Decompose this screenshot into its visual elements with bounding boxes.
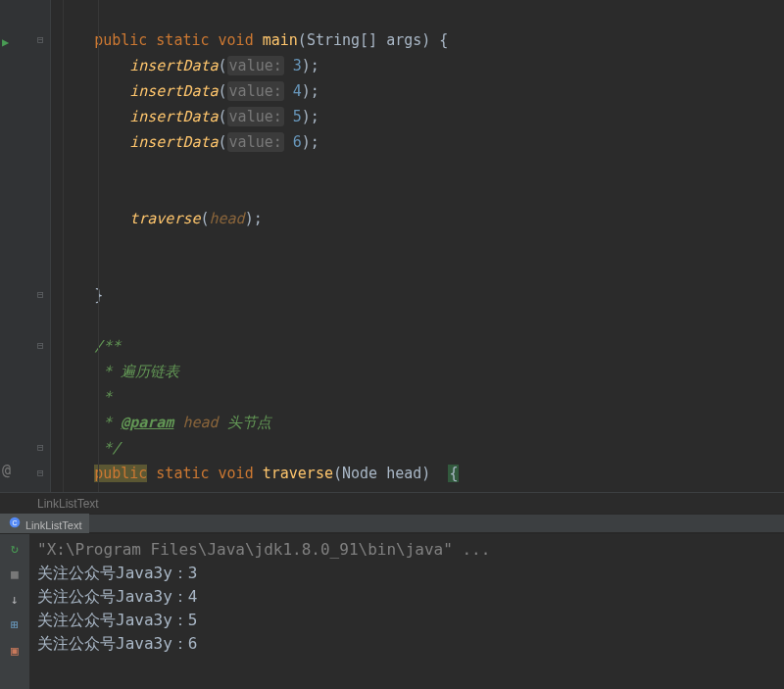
code-line-insert-4: insertData(value: 6);: [51, 129, 784, 155]
javadoc-line: * 遍历链表: [51, 359, 784, 384]
stop-icon[interactable]: ■: [6, 566, 24, 583]
expand-icon[interactable]: ▣: [6, 642, 24, 660]
fold-icon[interactable]: ⊟: [37, 339, 44, 352]
code-line: [51, 257, 784, 282]
fold-icon[interactable]: ⊟: [37, 467, 44, 479]
code-line-insert-1: insertData(value: 3);: [51, 53, 784, 78]
code-line-insert-2: insertData(value: 4);: [51, 78, 784, 104]
console-line: 关注公众号Java3y：6: [37, 632, 776, 656]
run-tab-bar: CLinkListText: [0, 514, 784, 533]
code-content[interactable]: public static void main(String[] args) {…: [51, 0, 784, 492]
down-icon[interactable]: ↓: [6, 591, 24, 609]
console-line: 关注公众号Java3y：5: [37, 609, 776, 632]
code-line: [51, 180, 784, 206]
code-line: [51, 2, 784, 27]
code-line-traverse-call: traverse(head);: [51, 206, 784, 231]
console-toolbar: ↻ ■ ↓ ⊞ ▣: [0, 534, 29, 689]
java-class-icon: C: [8, 516, 22, 529]
fold-close-icon[interactable]: ⊟: [37, 288, 44, 301]
editor-gutter: ▶ ⊟ ⊟ ⊟ ⊟ @ ⊟: [0, 0, 51, 492]
layout-icon[interactable]: ⊞: [6, 616, 24, 634]
svg-text:C: C: [12, 519, 17, 526]
code-line: [51, 308, 784, 333]
console-output[interactable]: "X:\Program Files\Java\jdk1.8.0_91\bin\j…: [29, 534, 784, 689]
run-tab-label: LinkListText: [25, 519, 81, 531]
console-line: 关注公众号Java3y：3: [37, 562, 776, 585]
code-line: [51, 231, 784, 257]
code-line-close-brace: }: [51, 282, 784, 308]
javadoc-close: */: [51, 435, 784, 461]
rerun-icon[interactable]: ↻: [6, 540, 24, 558]
override-icon[interactable]: @: [2, 462, 11, 479]
code-line-main-decl: public static void main(String[] args) {: [51, 27, 784, 53]
fold-icon[interactable]: ⊟: [37, 33, 44, 46]
code-editor[interactable]: ▶ ⊟ ⊟ ⊟ ⊟ @ ⊟ public static void main(St…: [0, 0, 784, 492]
console-line: 关注公众号Java3y：4: [37, 585, 776, 609]
breadcrumb[interactable]: LinkListText: [0, 492, 784, 514]
console-panel: ↻ ■ ↓ ⊞ ▣ "X:\Program Files\Java\jdk1.8.…: [0, 533, 784, 689]
console-command: "X:\Program Files\Java\jdk1.8.0_91\bin\j…: [37, 538, 776, 562]
run-tab[interactable]: CLinkListText: [0, 514, 89, 533]
fold-close-icon[interactable]: ⊟: [37, 441, 44, 454]
breadcrumb-item[interactable]: LinkListText: [37, 497, 99, 511]
code-line-traverse-decl: public static void traverse(Node head) {: [51, 461, 784, 486]
run-icon[interactable]: ▶: [2, 35, 9, 49]
javadoc-open: /**: [51, 333, 784, 359]
code-line: [51, 155, 784, 180]
javadoc-line: *: [51, 384, 784, 410]
code-line-insert-3: insertData(value: 5);: [51, 104, 784, 129]
javadoc-param: * @param head 头节点: [51, 410, 784, 435]
